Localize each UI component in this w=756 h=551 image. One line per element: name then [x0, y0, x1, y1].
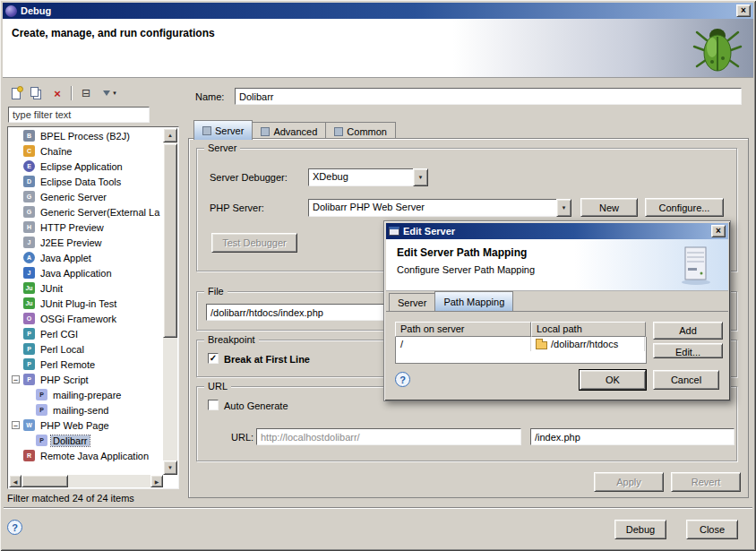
- close-icon: ×: [741, 5, 746, 15]
- dialog-help-button[interactable]: ?: [395, 372, 410, 387]
- tab-divider: [386, 311, 728, 312]
- scroll-down-icon[interactable]: ▼: [163, 461, 177, 475]
- tree-item-perl-remote[interactable]: PPerl Remote: [9, 357, 163, 372]
- tree-item-remote-java-application[interactable]: RRemote Java Application: [9, 448, 163, 463]
- table-row[interactable]: / /dolibarr/htdocs: [396, 337, 646, 351]
- tree-vertical-scrollbar[interactable]: ▲ ▼: [163, 128, 177, 475]
- new-config-icon: [12, 88, 21, 99]
- edit-server-subheading: Configure Server Path Mapping: [397, 264, 535, 275]
- url-base-input[interactable]: [256, 428, 521, 445]
- column-path-on-server[interactable]: Path on server: [395, 322, 531, 337]
- configurations-toolbar: × ⊟ ▼: [7, 82, 123, 104]
- edit-mapping-button[interactable]: Edit...: [653, 343, 723, 358]
- tree-item-generic-server-external[interactable]: GGeneric Server(External La: [9, 204, 163, 220]
- php-script-icon: P: [23, 374, 35, 385]
- test-debugger-button[interactable]: Test Debugger: [211, 233, 297, 253]
- tab-path-mapping[interactable]: Path Mapping: [434, 291, 513, 311]
- window-close-button[interactable]: ×: [736, 4, 751, 17]
- tree-horizontal-scrollbar[interactable]: ◀ ▶: [9, 475, 163, 487]
- debug-dialog: Debug × Create, manage, and run configur…: [0, 0, 756, 551]
- tree-item-php-script[interactable]: −PPHP Script: [9, 372, 163, 387]
- break-first-line-checkbox[interactable]: ✓: [208, 353, 219, 364]
- tree-item-mailing-send[interactable]: Pmailing-send: [9, 402, 163, 418]
- banner-title: Create, manage, and run configurations: [12, 27, 215, 39]
- debug-bug-icon: [692, 22, 743, 74]
- help-button[interactable]: ?: [7, 520, 22, 535]
- delete-config-button[interactable]: ×: [48, 84, 66, 102]
- java-applet-icon: A: [23, 252, 35, 263]
- tree-item-java-application[interactable]: JJava Application: [9, 265, 163, 280]
- tree-item-eclipse-data-tools[interactable]: DEclipse Data Tools: [9, 174, 163, 189]
- perl-remote-icon: P: [23, 358, 35, 370]
- tree-item-junit[interactable]: JuJUnit: [9, 280, 163, 296]
- name-input[interactable]: [235, 88, 742, 105]
- tree-item-php-web-page[interactable]: −WPHP Web Page: [9, 418, 163, 433]
- filter-icon: [103, 90, 110, 96]
- edit-server-close-button[interactable]: ×: [711, 225, 726, 237]
- column-local-path[interactable]: Local path: [531, 322, 646, 337]
- j2ee-preview-icon: J: [23, 237, 35, 248]
- tree-item-junit-plugin-test[interactable]: JuJUnit Plug-in Test: [9, 296, 163, 311]
- duplicate-icon: [30, 87, 39, 97]
- http-preview-icon: H: [23, 221, 35, 233]
- configure-button[interactable]: Configure...: [645, 198, 724, 217]
- auto-generate-checkbox[interactable]: [208, 400, 219, 410]
- tab-common[interactable]: Common: [325, 122, 396, 140]
- name-label: Name:: [195, 91, 224, 102]
- window-title: Debug: [21, 5, 736, 16]
- server-debugger-select[interactable]: XDebug ▼: [308, 168, 428, 186]
- php-server-select[interactable]: Dolibarr PHP Web Server ▼: [308, 199, 571, 217]
- check-icon: ✓: [210, 354, 217, 363]
- filter-input[interactable]: [8, 107, 150, 123]
- tree-item-perl-cgi[interactable]: PPerl CGI: [9, 326, 163, 341]
- php-file-icon: P: [36, 389, 47, 400]
- tree-item-j2ee-preview[interactable]: JJ2EE Preview: [9, 235, 163, 250]
- breakpoint-group-legend: Breakpoint: [204, 334, 259, 345]
- configurations-panel: × ⊟ ▼ BBPEL Process (B2J) CChaîne EEclip…: [7, 82, 179, 504]
- horizontal-scroll-thumb[interactable]: [21, 475, 68, 487]
- tree-item-chaine[interactable]: CChaîne: [9, 143, 163, 159]
- collapse-expander-icon[interactable]: −: [12, 421, 20, 429]
- edit-server-title: Edit Server: [403, 226, 711, 237]
- tree-item-java-applet[interactable]: AJava Applet: [9, 250, 163, 265]
- tree-item-bpel[interactable]: BBPEL Process (B2J): [9, 128, 163, 143]
- scroll-up-icon[interactable]: ▲: [163, 128, 177, 142]
- url-group-legend: URL: [204, 381, 231, 392]
- vertical-scroll-thumb[interactable]: [163, 143, 177, 338]
- add-mapping-button[interactable]: Add: [653, 322, 723, 340]
- perl-local-icon: P: [23, 343, 35, 355]
- new-server-button[interactable]: New: [580, 198, 638, 217]
- tree-item-http-preview[interactable]: HHTTP Preview: [9, 220, 163, 235]
- tree-item-mailing-prepare[interactable]: Pmailing-prepare: [9, 387, 163, 402]
- new-config-button[interactable]: [7, 84, 25, 102]
- collapse-all-button[interactable]: ⊟: [77, 84, 95, 102]
- tree-item-osgi-framework[interactable]: OOSGi Framework: [9, 311, 163, 326]
- ok-button[interactable]: OK: [580, 370, 646, 390]
- cancel-button[interactable]: Cancel: [653, 370, 719, 390]
- server-debugger-label: Server Debugger:: [210, 172, 288, 183]
- duplicate-config-button[interactable]: [28, 84, 46, 102]
- apply-button[interactable]: Apply: [594, 472, 664, 492]
- tab-edit-server[interactable]: Server: [389, 293, 435, 311]
- collapse-expander-icon[interactable]: −: [12, 375, 20, 383]
- generic-server-external-icon: G: [23, 206, 35, 218]
- tree-item-eclipse-application[interactable]: EEclipse Application: [9, 159, 163, 174]
- close-button[interactable]: Close: [686, 520, 738, 539]
- file-group-legend: File: [204, 286, 228, 297]
- filter-menu-button[interactable]: ▼: [98, 84, 123, 102]
- configurations-tree: BBPEL Process (B2J) CChaîne EEclipse App…: [7, 126, 179, 489]
- revert-button[interactable]: Revert: [671, 472, 741, 492]
- footer-divider: [4, 507, 752, 509]
- php-page-icon: P: [36, 435, 47, 446]
- url-path-input[interactable]: [530, 428, 735, 445]
- perl-cgi-icon: P: [23, 328, 35, 340]
- tab-server[interactable]: Server: [193, 120, 253, 140]
- tree-item-dolibarr[interactable]: PDolibarr: [9, 433, 163, 448]
- tree-item-generic-server[interactable]: GGeneric Server: [9, 189, 163, 204]
- debug-button[interactable]: Debug: [614, 520, 666, 539]
- table-body: / /dolibarr/htdocs: [395, 337, 647, 364]
- tab-advanced[interactable]: Advanced: [252, 122, 326, 140]
- scroll-left-icon[interactable]: ◀: [9, 475, 21, 487]
- tree-item-perl-local[interactable]: PPerl Local: [9, 341, 163, 357]
- scroll-right-icon[interactable]: ▶: [150, 475, 163, 487]
